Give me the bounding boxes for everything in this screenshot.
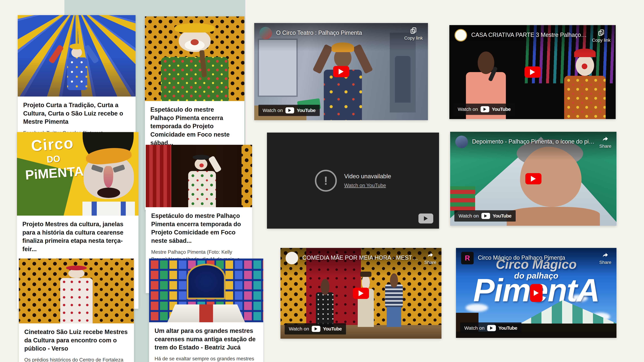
- share-button[interactable]: Share: [424, 252, 436, 265]
- watch-on-youtube-button[interactable]: Watch on YouTube: [454, 104, 515, 115]
- video-title[interactable]: Circo Mágico do Palhaço Pimenta: [478, 254, 595, 261]
- share-label: Share: [599, 144, 611, 149]
- article-title[interactable]: Espetáculo do mestre Palhaço Pimenta enc…: [151, 212, 247, 245]
- art-shape: [395, 56, 410, 103]
- news-card[interactable]: Um altar para os grandes mestres cearens…: [149, 259, 263, 362]
- article-excerpt: Há de se exaltar sempre os grandes mestr…: [154, 355, 258, 362]
- video-title[interactable]: O Circo Teatro : Palhaço Pimenta: [276, 29, 400, 36]
- article-image-standing-clown: [19, 259, 134, 323]
- article-body: Um altar para os grandes mestres cearens…: [149, 322, 263, 362]
- youtube-logo-icon: [482, 213, 490, 219]
- clown-figure: [324, 70, 362, 120]
- watch-on-label: Watch on: [458, 213, 479, 219]
- play-button[interactable]: [524, 66, 541, 78]
- youtube-embed: O Circo Teatro : Palhaço Pimenta Copy li…: [254, 23, 428, 120]
- share-button[interactable]: Share: [599, 136, 611, 149]
- play-button[interactable]: [353, 288, 369, 299]
- clown-figure: [564, 76, 606, 119]
- circus-sign: Circo DO PiMENTA: [18, 133, 89, 183]
- art-shape: [192, 155, 210, 160]
- play-icon: [424, 216, 428, 221]
- copy-icon: [598, 29, 605, 36]
- copy-link-label: Copy link: [592, 38, 610, 43]
- channel-avatar[interactable]: R: [461, 252, 474, 264]
- unavailable-video-embed: ! Video unavailable Watch on YouTube: [267, 133, 439, 229]
- art-shape: [242, 145, 252, 207]
- copy-link-button[interactable]: Copy link: [592, 29, 610, 43]
- channel-avatar[interactable]: [259, 27, 272, 39]
- watch-on-youtube-button[interactable]: Watch on YouTube: [285, 323, 346, 335]
- video-title[interactable]: Depoimento - Palhaço Pimenta, o ícone do…: [472, 138, 595, 145]
- play-icon: [358, 290, 364, 296]
- youtube-wordmark: YouTube: [493, 213, 512, 219]
- watch-on-label: Watch on: [289, 326, 309, 332]
- article-image-stage-clown: [146, 145, 252, 207]
- article-title[interactable]: Um altar para os grandes mestres cearens…: [154, 327, 258, 352]
- article-excerpt: Os prédios históricos do Centro de Forta…: [24, 356, 128, 362]
- youtube-wordmark: YouTube: [498, 325, 517, 331]
- youtube-wordmark: YouTube: [492, 106, 511, 112]
- play-button[interactable]: [530, 284, 542, 302]
- copy-link-label: Copy link: [404, 35, 423, 41]
- video-header: R Circo Mágico do Palhaço Pimenta Share: [456, 248, 616, 276]
- clown-figure: [188, 171, 216, 207]
- art-shape: [208, 156, 222, 173]
- play-icon: [531, 176, 536, 182]
- article-title[interactable]: Espetáculo do mestre Palhaço Pimenta enc…: [150, 105, 239, 147]
- watch-on-youtube-link[interactable]: Watch on YouTube: [344, 183, 386, 188]
- altar-arch: [187, 264, 226, 299]
- watch-on-label: Watch on: [464, 325, 484, 331]
- news-card[interactable]: Cineteatro São Luiz recebe Mestres da Cu…: [19, 259, 134, 362]
- article-body: Cineteatro São Luiz recebe Mestres da Cu…: [19, 323, 134, 362]
- art-shape: [97, 188, 120, 198]
- article-image-clown-leopard: [145, 16, 244, 101]
- error-icon: !: [315, 170, 337, 192]
- art-shape: [507, 207, 600, 226]
- watch-on-youtube-button[interactable]: Watch on YouTube: [258, 105, 320, 116]
- art-shape: [70, 44, 84, 49]
- news-card[interactable]: Projeto Curta a Tradição, Curta a Cultur…: [18, 15, 136, 153]
- youtube-embed: CASA CRIATIVA PARTE 3 Mestre Palhaço Pim…: [449, 25, 616, 119]
- watch-on-label: Watch on: [262, 108, 283, 113]
- channel-avatar[interactable]: [286, 252, 298, 264]
- share-button[interactable]: Share: [599, 252, 611, 265]
- play-button[interactable]: [525, 173, 542, 184]
- article-image-altar: [149, 259, 263, 322]
- article-title[interactable]: Projeto Mestres da cultura, janelas para…: [22, 220, 133, 253]
- youtube-wordmark: YouTube: [323, 326, 342, 332]
- youtube-embed: COMÉDIA MÃE POR MEIA HORA - MESTRE PALHA…: [280, 248, 442, 339]
- art-shape: [82, 202, 135, 216]
- play-icon: [534, 290, 539, 296]
- video-header: COMÉDIA MÃE POR MEIA HORA - MESTRE PALHA…: [280, 248, 442, 276]
- art-shape: [200, 163, 204, 167]
- collage-page: Projeto Curta a Tradição, Curta a Cultur…: [0, 0, 644, 362]
- article-image-circo-do-pimenta: Circo DO PiMENTA: [17, 132, 138, 216]
- share-icon: [426, 252, 434, 259]
- art-shape: [66, 266, 87, 270]
- play-button[interactable]: [333, 66, 349, 77]
- video-title[interactable]: COMÉDIA MÃE POR MEIA HORA - MESTRE PALHA…: [302, 254, 420, 261]
- play-icon: [490, 327, 493, 330]
- video-header: CASA CRIATIVA PARTE 3 Mestre Palhaço Pim…: [449, 25, 616, 53]
- art-shape: [175, 23, 214, 32]
- channel-avatar[interactable]: [454, 29, 467, 41]
- youtube-wordmark: YouTube: [297, 108, 316, 113]
- art-shape: [48, 44, 64, 64]
- art-shape: [121, 202, 126, 216]
- clown-figure: [161, 57, 228, 101]
- share-icon: [602, 136, 609, 142]
- article-image-circus-tent: [18, 15, 136, 96]
- watch-on-youtube-button[interactable]: Watch on YouTube: [460, 323, 522, 334]
- youtube-embed: Circo Mágico do palhaço PimentA R Circo …: [456, 248, 616, 338]
- clown-figure: [60, 278, 92, 323]
- youtube-logo-icon: [480, 106, 489, 112]
- copy-link-button[interactable]: Copy link: [404, 27, 423, 41]
- watch-on-youtube-button[interactable]: Watch on YouTube: [454, 210, 516, 222]
- share-label: Share: [599, 260, 611, 265]
- article-title[interactable]: Cineteatro São Luiz recebe Mestres da Cu…: [24, 328, 128, 353]
- share-label: Share: [424, 260, 436, 265]
- article-title[interactable]: Projeto Curta a Tradição, Curta a Cultur…: [23, 101, 130, 126]
- channel-avatar[interactable]: [455, 136, 468, 148]
- video-title[interactable]: CASA CRIATIVA PARTE 3 Mestre Palhaço Pim…: [471, 31, 588, 38]
- youtube-logo-icon[interactable]: [418, 214, 433, 224]
